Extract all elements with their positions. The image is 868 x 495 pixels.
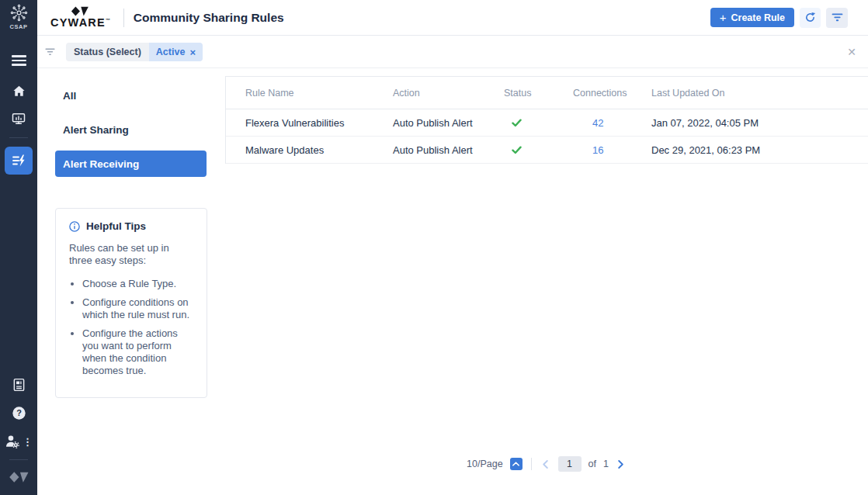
action-cell: Auto Publish Alert	[393, 117, 504, 129]
refresh-button[interactable]	[800, 8, 821, 28]
sidebar-item-help[interactable]: ?	[0, 405, 37, 421]
filter-field-label: Status (Select)	[66, 43, 149, 61]
chevron-left-icon	[543, 460, 548, 469]
prev-page-button[interactable]	[540, 459, 551, 469]
status-cell	[504, 119, 573, 127]
connections-link[interactable]: 16	[592, 144, 603, 156]
column-header-last-updated: Last Updated On	[651, 88, 868, 99]
csap-logo-icon	[9, 3, 29, 22]
filter-icon	[832, 13, 843, 22]
menu-toggle-button[interactable]	[0, 53, 37, 68]
connections-cell: 42	[573, 117, 651, 129]
create-rule-button[interactable]: + Create Rule	[710, 8, 794, 27]
dashboard-monitor-icon	[11, 111, 26, 126]
rule-type-tabs: All Alert Sharing Alert Receiving	[55, 82, 207, 185]
help-icon: ?	[12, 406, 26, 421]
cyware-mark-icon	[9, 471, 29, 483]
header-actions: + Create Rule	[710, 8, 848, 28]
status-filter-chip[interactable]: Status (Select) Active ×	[66, 43, 203, 61]
sharing-rules-icon	[11, 153, 26, 168]
status-cell	[504, 146, 573, 154]
per-page-label: 10/Page	[467, 459, 503, 469]
tips-list: Choose a Rule Type. Configure conditions…	[69, 278, 194, 377]
tab-all[interactable]: All	[55, 82, 207, 109]
sidebar-item-user-settings[interactable]	[5, 434, 20, 449]
column-header-connections: Connections	[573, 88, 651, 99]
table-header-row: Rule Name Action Status Connections Last…	[226, 77, 868, 109]
rule-name-cell: Malware Updates	[226, 144, 393, 156]
last-updated-cell: Dec 29, 2021, 06:23 PM	[651, 144, 868, 156]
user-gear-icon	[5, 434, 20, 449]
pagination-divider	[531, 458, 532, 470]
app-header: CYWARE™ Community Sharing Rules + Create…	[37, 0, 868, 36]
filter-value-chip: Active ×	[149, 43, 203, 61]
helpful-tips-panel: Helpful Tips Rules can be set up in thre…	[55, 208, 207, 398]
remove-filter-icon[interactable]: ×	[189, 47, 196, 57]
info-icon	[69, 221, 80, 232]
sidebar-item-home[interactable]	[0, 82, 37, 99]
cyware-mark-footer	[0, 467, 37, 487]
pagination: 10/Page 1 of 1	[225, 455, 868, 472]
sidebar-item-documents[interactable]	[0, 377, 37, 393]
sidebar-item-sharing-rules[interactable]	[5, 147, 33, 175]
column-header-action: Action	[393, 88, 504, 99]
page-title: Community Sharing Rules	[134, 11, 284, 25]
chevron-up-icon	[512, 462, 519, 466]
csap-logo[interactable]: CSAP	[0, 3, 37, 30]
sidebar-divider-bottom	[9, 459, 28, 460]
tips-title: Helpful Tips	[86, 220, 146, 232]
filter-value-text: Active	[156, 47, 186, 57]
tips-header: Helpful Tips	[69, 220, 194, 232]
chevron-right-icon	[618, 460, 623, 469]
column-header-status: Status	[504, 88, 573, 99]
hamburger-icon	[12, 55, 26, 66]
filter-bar: Status (Select) Active × ✕	[37, 36, 868, 68]
table-row[interactable]: Flexera Vulnerabilities Auto Publish Ale…	[226, 109, 868, 137]
rules-table: Rule Name Action Status Connections Last…	[225, 76, 868, 164]
document-icon	[12, 378, 26, 392]
tab-alert-receiving[interactable]: Alert Receiving	[55, 151, 207, 177]
last-updated-cell: Jan 07, 2022, 04:05 PM	[651, 117, 868, 129]
brand-name: CYWARE™	[50, 17, 110, 29]
status-check-icon	[512, 119, 522, 127]
total-pages: 1	[603, 459, 609, 469]
cyware-logo[interactable]: CYWARE™	[50, 6, 110, 29]
sidebar-divider-top	[9, 137, 28, 138]
tips-item: Choose a Rule Type.	[82, 278, 194, 290]
rule-name-cell: Flexera Vulnerabilities	[226, 117, 393, 129]
cyware-logo-icon	[71, 6, 89, 16]
refresh-icon	[804, 12, 816, 23]
column-header-rule-name: Rule Name	[226, 88, 393, 99]
connections-cell: 16	[573, 144, 651, 156]
csap-logo-label: CSAP	[9, 23, 27, 30]
sidebar-item-dashboard[interactable]	[0, 110, 37, 127]
create-rule-label: Create Rule	[731, 12, 785, 23]
header-divider	[123, 9, 124, 27]
plus-icon: +	[720, 12, 727, 23]
tips-item: Configure the actions you want to perfor…	[82, 327, 194, 377]
action-cell: Auto Publish Alert	[393, 144, 504, 156]
filter-funnel-icon	[45, 48, 55, 56]
filter-button[interactable]	[826, 8, 848, 28]
status-check-icon	[512, 146, 522, 154]
sidebar: CSAP ?	[0, 0, 37, 495]
per-page-dropdown-button[interactable]	[510, 458, 523, 470]
more-options-kebab-icon[interactable]: ⋮	[23, 437, 33, 447]
close-filter-bar-button[interactable]: ✕	[847, 47, 856, 57]
connections-link[interactable]: 42	[592, 117, 603, 129]
table-row[interactable]: Malware Updates Auto Publish Alert 16 De…	[226, 137, 868, 164]
sidebar-item-user-settings-group: ⋮	[0, 432, 37, 451]
tab-alert-sharing[interactable]: Alert Sharing	[55, 116, 207, 143]
svg-text:?: ?	[16, 408, 22, 417]
next-page-button[interactable]	[616, 459, 627, 469]
tips-intro: Rules can be set up in three easy steps:	[69, 242, 194, 267]
tips-item: Configure conditions on which the rule m…	[82, 296, 194, 321]
page-of-label: of	[589, 459, 596, 469]
current-page-indicator[interactable]: 1	[558, 456, 582, 472]
home-icon	[12, 84, 26, 99]
